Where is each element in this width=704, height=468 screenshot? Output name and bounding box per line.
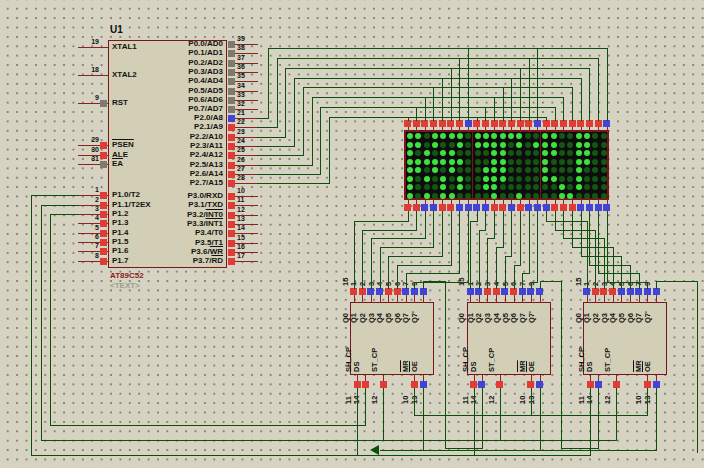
wire-segment[interactable] bbox=[294, 78, 295, 147]
wire-segment[interactable] bbox=[531, 282, 539, 283]
wire-segment[interactable] bbox=[522, 273, 523, 289]
wire-segment[interactable] bbox=[388, 256, 389, 289]
wire-segment[interactable] bbox=[647, 282, 648, 289]
wire-segment[interactable] bbox=[477, 117, 478, 121]
wire-segment[interactable] bbox=[537, 211, 538, 283]
wire-segment[interactable] bbox=[257, 146, 295, 147]
wire-segment[interactable] bbox=[607, 282, 649, 283]
wire-segment[interactable] bbox=[31, 195, 32, 456]
wire-segment[interactable] bbox=[388, 256, 443, 257]
wire-segment[interactable] bbox=[470, 221, 478, 222]
wire-segment[interactable] bbox=[531, 388, 532, 416]
wire-segment[interactable] bbox=[514, 265, 515, 290]
wire-segment[interactable] bbox=[397, 265, 398, 290]
wire-segment[interactable] bbox=[397, 265, 452, 266]
wire-segment[interactable] bbox=[442, 211, 443, 257]
wire-segment[interactable] bbox=[257, 127, 278, 128]
wire-segment[interactable] bbox=[406, 273, 407, 289]
wire-segment[interactable] bbox=[697, 281, 698, 453]
wire-segment[interactable] bbox=[482, 388, 483, 449]
wire-segment[interactable] bbox=[505, 256, 513, 257]
wire-segment[interactable] bbox=[416, 211, 417, 231]
wire-segment[interactable] bbox=[451, 211, 452, 266]
wire-segment[interactable] bbox=[312, 97, 565, 98]
wire-segment[interactable] bbox=[647, 388, 648, 416]
wire-segment[interactable] bbox=[598, 388, 599, 449]
wire-segment[interactable] bbox=[320, 107, 321, 175]
wire-segment[interactable] bbox=[41, 205, 79, 206]
wire-segment[interactable] bbox=[41, 440, 617, 441]
wire-segment[interactable] bbox=[598, 58, 599, 121]
wire-segment[interactable] bbox=[487, 238, 488, 289]
wire-segment[interactable] bbox=[285, 68, 590, 69]
wire-segment[interactable] bbox=[354, 221, 355, 289]
wire-segment[interactable] bbox=[555, 211, 556, 231]
wire-segment[interactable] bbox=[607, 211, 608, 283]
wire-segment[interactable] bbox=[303, 87, 304, 156]
wire-segment[interactable] bbox=[285, 68, 286, 138]
wire-segment[interactable] bbox=[371, 238, 372, 289]
wire-segment[interactable] bbox=[581, 256, 623, 257]
wire-segment[interactable] bbox=[496, 247, 504, 248]
wire-segment[interactable] bbox=[268, 48, 269, 119]
wire-segment[interactable] bbox=[468, 48, 469, 121]
wire-segment[interactable] bbox=[423, 281, 446, 282]
wire-segment[interactable] bbox=[406, 273, 461, 274]
wire-segment[interactable] bbox=[380, 450, 657, 451]
wire-segment[interactable] bbox=[294, 78, 582, 79]
wire-segment[interactable] bbox=[442, 78, 443, 121]
wire-segment[interactable] bbox=[656, 281, 698, 282]
wire-segment[interactable] bbox=[31, 455, 591, 456]
wire-segment[interactable] bbox=[656, 388, 657, 451]
wire-segment[interactable] bbox=[354, 221, 409, 222]
wire-segment[interactable] bbox=[380, 247, 381, 289]
wire-segment[interactable] bbox=[414, 388, 415, 416]
wire-segment[interactable] bbox=[312, 97, 313, 166]
wire-segment[interactable] bbox=[433, 87, 434, 121]
wire-segment[interactable] bbox=[563, 97, 564, 121]
wire-segment[interactable] bbox=[451, 68, 452, 121]
wire-segment[interactable] bbox=[503, 211, 504, 248]
wire-segment[interactable] bbox=[479, 230, 487, 231]
wire-segment[interactable] bbox=[598, 273, 640, 274]
wire-segment[interactable] bbox=[445, 281, 446, 449]
wire-segment[interactable] bbox=[572, 211, 573, 248]
wire-segment[interactable] bbox=[257, 183, 330, 184]
wire-segment[interactable] bbox=[423, 281, 424, 289]
wire-segment[interactable] bbox=[581, 211, 582, 257]
wire-segment[interactable] bbox=[546, 117, 547, 121]
wire-segment[interactable] bbox=[540, 281, 563, 282]
wire-segment[interactable] bbox=[31, 195, 79, 196]
wire-segment[interactable] bbox=[425, 211, 426, 239]
wire-segment[interactable] bbox=[479, 230, 480, 289]
wire-segment[interactable] bbox=[563, 211, 564, 239]
wire-segment[interactable] bbox=[540, 281, 541, 289]
wire-segment[interactable] bbox=[362, 230, 363, 289]
wire-segment[interactable] bbox=[50, 425, 366, 426]
wire-segment[interactable] bbox=[371, 238, 426, 239]
wire-segment[interactable] bbox=[416, 107, 417, 121]
wire-segment[interactable] bbox=[487, 238, 495, 239]
wire-segment[interactable] bbox=[520, 68, 521, 121]
wire-segment[interactable] bbox=[485, 107, 486, 121]
wire-segment[interactable] bbox=[531, 282, 532, 289]
wire-segment[interactable] bbox=[303, 87, 573, 88]
wire-segment[interactable] bbox=[329, 117, 547, 118]
wire-segment[interactable] bbox=[561, 281, 562, 449]
wire-segment[interactable] bbox=[496, 247, 497, 289]
wire-segment[interactable] bbox=[257, 174, 321, 175]
wire-segment[interactable] bbox=[257, 155, 304, 156]
wire-segment[interactable] bbox=[572, 87, 573, 121]
wire-segment[interactable] bbox=[468, 211, 469, 283]
wire-segment[interactable] bbox=[414, 282, 415, 289]
wire-segment[interactable] bbox=[522, 273, 530, 274]
wire-segment[interactable] bbox=[383, 388, 384, 441]
wire-segment[interactable] bbox=[537, 48, 538, 121]
wire-segment[interactable] bbox=[598, 211, 599, 274]
wire-segment[interactable] bbox=[503, 87, 504, 121]
wire-segment[interactable] bbox=[520, 211, 521, 266]
wire-segment[interactable] bbox=[268, 48, 608, 49]
wire-segment[interactable] bbox=[380, 247, 435, 248]
wire-segment[interactable] bbox=[555, 107, 556, 121]
wire-segment[interactable] bbox=[329, 117, 330, 184]
